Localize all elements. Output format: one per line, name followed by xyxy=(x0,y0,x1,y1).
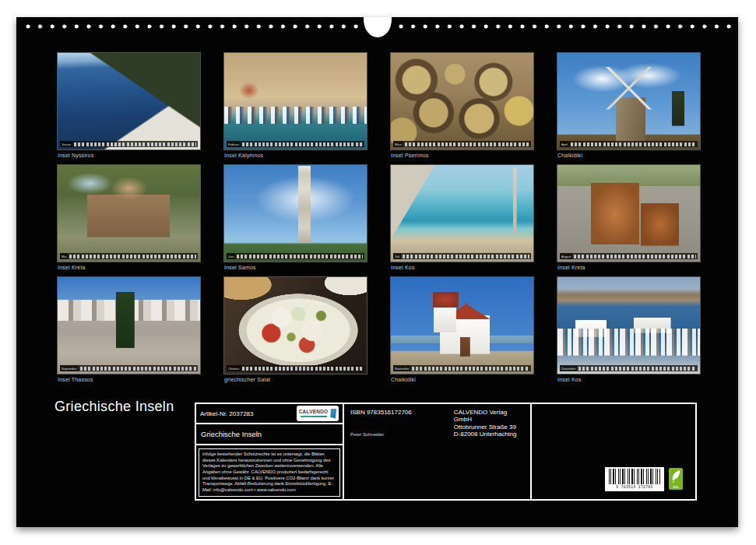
mini-month-label: September xyxy=(60,365,79,371)
calendar-page-thumbnail: April Chalkidiki xyxy=(557,53,700,158)
info-calendar-title: Griechische Inseln xyxy=(201,430,262,438)
photo-caption: Insel Kreta xyxy=(58,265,200,270)
calvendo-logo: CALVENDO xyxy=(297,406,339,421)
calendar-page-thumbnail: Dezember Insel Kos xyxy=(557,277,700,382)
photo-insel-kreta-pithoi: August xyxy=(557,165,700,262)
mini-month-label: Dezember xyxy=(560,365,577,371)
mini-month-label: Januar xyxy=(60,141,72,147)
mini-day-squares xyxy=(69,255,196,258)
mini-day-squares xyxy=(237,255,363,258)
publisher-street: Ottobrunner Straße 39 xyxy=(454,424,524,431)
mini-calendar-strip: Oktober xyxy=(227,365,364,371)
calendar-page-thumbnail: Mai Insel Kreta xyxy=(58,165,200,270)
publisher-city: D-82008 Unterhaching xyxy=(454,431,524,438)
calendar-page-thumbnail: November Chalkidiki xyxy=(391,277,533,382)
article-number: Artikel-Nr. 2037283 xyxy=(200,410,253,417)
photo-insel-nyssiros: Januar xyxy=(58,53,200,149)
photo-insel-samos-column: Juni xyxy=(224,165,367,262)
calvendo-pennant-icon xyxy=(330,409,336,419)
publisher-info-box: Artikel-Nr. 2037283 CALVENDO Griechische… xyxy=(195,403,697,501)
calendar-page-thumbnail: Oktober griechischer Salat xyxy=(224,277,367,382)
photo-caption: griechischer Salat xyxy=(224,377,367,382)
calendar-title: Griechische Inseln xyxy=(55,399,174,415)
mini-calendar-strip: Juni xyxy=(227,253,364,259)
month-thumbnail-grid: Januar Insel Nyssiros Februar Insel Kaly… xyxy=(58,53,700,382)
mini-day-squares xyxy=(405,142,529,146)
photo-insel-pserimos: März xyxy=(391,53,533,149)
photo-caption: Chalkidiki xyxy=(557,153,700,158)
mini-calendar-strip: September xyxy=(60,365,198,371)
calendar-page-thumbnail: Februar Insel Kalymnos xyxy=(224,53,367,158)
mini-day-squares xyxy=(242,367,363,371)
photo-caption: Insel Kos xyxy=(391,265,533,270)
photo-insel-kalymnos: Februar xyxy=(224,53,367,149)
calvendo-tagline xyxy=(301,416,327,417)
mini-calendar-strip: April xyxy=(560,141,698,147)
calendar-page-thumbnail: März Insel Pserimos xyxy=(391,53,533,158)
mini-calendar-strip: Dezember xyxy=(560,365,698,371)
photo-insel-kos-harbor: Dezember xyxy=(557,277,700,374)
mini-calendar-strip: Februar xyxy=(227,141,364,147)
calendar-page-thumbnail: Juni Insel Samos xyxy=(224,165,367,270)
legal-notice: Infolge bestehender Schutzrechte ist es … xyxy=(199,448,340,497)
calendar-page-thumbnail: September Insel Thassos xyxy=(58,277,200,382)
barcode-digits: 9 783516 172706 xyxy=(616,485,652,489)
mini-day-squares xyxy=(571,142,696,146)
mini-day-squares xyxy=(403,255,529,258)
calendar-page-thumbnail: Januar Insel Nyssiros xyxy=(58,53,200,158)
mini-month-label: Juni xyxy=(227,253,235,259)
info-left-column: Artikel-Nr. 2037283 CALVENDO Griechische… xyxy=(196,404,344,499)
ean-barcode: 9 783516 172706 xyxy=(605,467,664,491)
mini-month-label: Oktober xyxy=(227,365,241,371)
calvendo-wordmark: CALVENDO xyxy=(299,410,329,417)
photo-insel-kreta-church: Mai xyxy=(58,165,200,262)
mini-day-squares xyxy=(574,255,696,258)
photo-caption: Insel Kreta xyxy=(557,265,700,270)
mini-month-label: Februar xyxy=(227,141,241,147)
mini-calendar-strip: März xyxy=(393,141,531,147)
mini-day-squares xyxy=(80,367,196,371)
photo-griechischer-salat: Oktober xyxy=(224,277,367,374)
mini-day-squares xyxy=(242,142,363,146)
photo-caption: Chalkidiki xyxy=(391,377,533,382)
mini-calendar-strip: Juli xyxy=(393,253,531,259)
mini-calendar-strip: Januar xyxy=(60,141,198,147)
mini-calendar-strip: November xyxy=(393,365,531,371)
photo-caption: Insel Samos xyxy=(224,265,367,270)
mini-day-squares xyxy=(412,367,529,371)
info-middle-column: ISBN 9783516172706 CALVENDO Verlag GmbH … xyxy=(344,404,532,499)
spiral-binding-holes-left xyxy=(23,22,364,31)
mini-month-label: März xyxy=(393,141,403,147)
photo-caption: Insel Pserimos xyxy=(391,153,533,158)
photo-insel-kos-beach: Juli xyxy=(391,165,533,262)
mini-month-label: Juli xyxy=(393,253,401,259)
photo-caption: Insel Kalymnos xyxy=(224,153,367,158)
info-title-row: Griechische Inseln xyxy=(196,424,343,445)
info-right-column: 9 783516 172706 eco xyxy=(532,404,695,499)
photo-chalkidiki-windmill: April xyxy=(557,53,700,149)
eco-leaf-icon xyxy=(670,469,681,485)
mini-day-squares xyxy=(74,142,196,146)
hanger-notch xyxy=(364,17,392,37)
photo-chalkidiki-chapel: November xyxy=(391,277,533,374)
spiral-binding-holes-right xyxy=(396,22,732,31)
photo-caption: Insel Thassos xyxy=(58,377,200,382)
mini-calendar-strip: August xyxy=(560,253,698,259)
photo-caption: Insel Kos xyxy=(557,377,700,382)
publisher-name: CALVENDO Verlag GmbH xyxy=(454,409,524,424)
mini-calendar-strip: Mai xyxy=(60,253,198,259)
barcode-bars xyxy=(609,469,660,484)
mini-day-squares xyxy=(578,367,696,371)
calendar-page-thumbnail: Juli Insel Kos xyxy=(391,165,533,270)
photo-caption: Insel Nyssiros xyxy=(58,153,200,158)
mini-month-label: Mai xyxy=(60,253,68,259)
eco-label: eco xyxy=(669,468,683,490)
product-photo-background: Januar Insel Nyssiros Februar Insel Kaly… xyxy=(0,0,756,545)
mini-month-label: November xyxy=(393,365,410,371)
author-name: Peter Schneider xyxy=(350,432,384,437)
publisher-address: CALVENDO Verlag GmbH Ottobrunner Straße … xyxy=(454,409,524,438)
calendar-back-cover-page: Januar Insel Nyssiros Februar Insel Kaly… xyxy=(16,17,738,527)
calendar-page-thumbnail: August Insel Kreta xyxy=(557,165,700,270)
photo-insel-thassos: September xyxy=(58,277,200,374)
mini-month-label: April xyxy=(560,141,569,147)
